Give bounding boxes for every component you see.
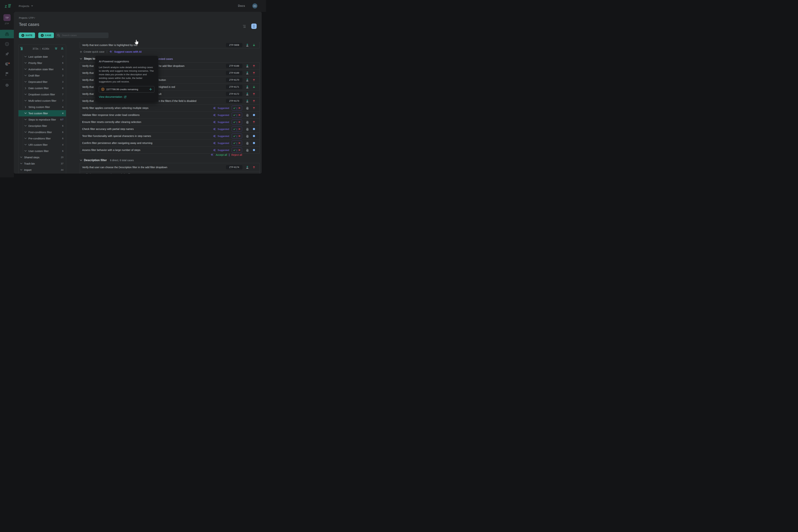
reject-suggestion-icon[interactable] — [238, 121, 241, 123]
priority-arrow-up-icon[interactable] — [253, 93, 255, 95]
chevron-down-icon[interactable] — [24, 99, 27, 102]
suggested-cases-link-fragment[interactable]: ested cases — [159, 56, 173, 61]
priority-arrow-up-icon[interactable] — [253, 120, 255, 124]
docs-link[interactable]: Docs — [238, 0, 245, 12]
add-case-button[interactable]: CASE — [38, 33, 54, 38]
accept-suggestion-icon[interactable] — [233, 142, 236, 144]
search-box[interactable] — [55, 33, 109, 38]
suggested-case-row[interactable]: Ensure filter resets correctly after cle… — [80, 118, 259, 126]
tree-item-trash-bin[interactable]: Trash bin37 — [19, 160, 66, 167]
manual-state-icon[interactable] — [246, 127, 249, 131]
chevron-down-icon[interactable] — [24, 150, 27, 152]
tree-toggle-icon[interactable] — [20, 47, 24, 50]
rail-item-launches[interactable] — [0, 52, 14, 56]
tree-item-post-conditions-filter[interactable]: Post-conditions filter6 — [19, 129, 66, 135]
priority-arrow-up-icon[interactable] — [253, 107, 255, 109]
case-key-badge[interactable]: ZTP-6171 — [226, 85, 242, 89]
chevron-down-icon[interactable] — [24, 81, 27, 83]
tree-item-user-custom-filter[interactable]: User custom filter6 — [19, 148, 66, 154]
suggested-case-row[interactable]: Verify filter applies correctly when sel… — [80, 104, 259, 111]
priority-dot-icon[interactable] — [253, 135, 255, 137]
automation-state-icon[interactable] — [246, 92, 249, 96]
tree-item-last-update-date[interactable]: Last update date7 — [19, 54, 66, 60]
rail-item-test-cases[interactable] — [0, 30, 14, 38]
project-avatar[interactable]: TP — [3, 14, 11, 21]
suggest-cases-ai-link[interactable]: Suggest cases with AI — [109, 50, 142, 53]
tree-item-string-custom-filter[interactable]: String custom filter4 — [19, 104, 66, 110]
suggested-case-row[interactable]: Check filter accuracy with partial step … — [80, 126, 259, 132]
add-suite-button[interactable]: SUITE — [19, 33, 35, 38]
chevron-down-icon[interactable] — [24, 137, 27, 140]
accept-suggestion-icon[interactable] — [233, 114, 236, 116]
tree-item-automation-state-filter[interactable]: Automation state filter6 — [19, 66, 66, 72]
automation-state-icon[interactable] — [246, 43, 249, 47]
tree-item-deprecated-filter[interactable]: Deprecated filter3 — [19, 79, 66, 85]
priority-arrow-down-icon[interactable] — [253, 44, 255, 46]
tree-item-priority-filter[interactable]: Priority filter6 — [19, 60, 66, 66]
case-key-badge[interactable]: ZTP-6170 — [226, 78, 242, 82]
tree-item-dropdown-custom-filter[interactable]: Dropdown custom filter7 — [19, 91, 66, 98]
accept-suggestion-icon[interactable] — [233, 107, 236, 109]
user-avatar[interactable]: AG — [252, 3, 257, 8]
priority-arrow-up-icon[interactable] — [253, 99, 255, 102]
case-row[interactable]: Verify that user can choose the Descript… — [80, 163, 259, 171]
case-row[interactable]: Verify that text custom filter is highli… — [80, 42, 260, 48]
priority-dot-icon[interactable] — [253, 128, 255, 130]
chevron-down-icon[interactable] — [24, 112, 27, 115]
priority-arrow-down-icon[interactable] — [253, 86, 255, 89]
accept-suggestion-icon[interactable] — [233, 128, 236, 130]
automation-state-icon[interactable] — [246, 86, 249, 89]
manual-state-icon[interactable] — [246, 148, 249, 152]
automation-state-icon[interactable] — [246, 64, 249, 68]
manual-state-icon[interactable] — [246, 113, 249, 117]
priority-arrow-up-icon[interactable] — [253, 64, 255, 68]
projects-menu[interactable]: Projects — [19, 0, 33, 12]
chevron-down-icon[interactable] — [24, 62, 27, 64]
reject-suggestion-icon[interactable] — [238, 107, 241, 109]
more-actions-button[interactable] — [251, 23, 257, 29]
create-quick-case-link[interactable]: Create quick case — [80, 50, 105, 53]
reject-suggestion-icon[interactable] — [238, 142, 241, 144]
accept-suggestion-icon[interactable] — [233, 121, 236, 123]
suggested-case-row[interactable]: Validate filter response time under load… — [80, 111, 259, 118]
priority-arrow-up-icon[interactable] — [253, 166, 255, 169]
search-input[interactable] — [62, 34, 104, 37]
chevron-down-icon[interactable] — [20, 169, 22, 171]
priority-dot-icon[interactable] — [253, 114, 255, 116]
manual-state-icon[interactable] — [246, 106, 249, 110]
case-key-badge[interactable]: ZTP-6168 — [226, 64, 242, 68]
tree-item-import[interactable]: Import44 — [19, 167, 66, 173]
collapse-all-icon[interactable] — [60, 47, 64, 50]
view-documentation-link[interactable]: View documentation — [99, 95, 154, 98]
accept-all-link[interactable]: Accept all — [216, 153, 227, 156]
automation-state-icon[interactable] — [246, 78, 249, 81]
tree-item-draft-filter[interactable]: Draft filter3 — [19, 72, 66, 79]
rail-item-settings[interactable] — [0, 83, 14, 87]
tree-item-multi-select-custom-filter[interactable]: Multi-select custom filter7 — [19, 98, 66, 104]
case-row-partial[interactable]: Verify that user can use the Description… — [80, 171, 259, 174]
automation-state-icon[interactable] — [246, 99, 249, 102]
rail-item-milestones[interactable] — [0, 72, 14, 76]
tree-item-steps-to-reproduce-filter[interactable]: Steps to reproduce filter6/7 — [19, 116, 66, 123]
accept-suggestion-icon[interactable] — [233, 135, 236, 137]
reject-all-link[interactable]: Reject all — [231, 153, 242, 156]
zebrunner-logo-icon[interactable]: z — [5, 3, 11, 9]
priority-dot-icon[interactable] — [253, 141, 255, 145]
rail-item-test-runs[interactable] — [0, 42, 14, 46]
reject-suggestion-icon[interactable] — [238, 135, 241, 137]
tree-item-uri-custom-filter[interactable]: URI custom filter4 — [19, 141, 66, 148]
suggested-case-row[interactable]: Confirm filter persistence after navigat… — [80, 139, 259, 147]
case-key-badge[interactable]: ZTP-6172 — [226, 92, 242, 96]
priority-arrow-up-icon[interactable] — [253, 72, 255, 74]
tree-item-description-filter[interactable]: Description filter6 — [19, 123, 66, 129]
rail-item-reports[interactable] — [0, 62, 14, 66]
add-credits-icon[interactable] — [149, 88, 152, 91]
breadcrumb[interactable]: Projects / ZTP / — [19, 17, 35, 19]
chevron-down-icon[interactable] — [24, 118, 27, 121]
tree-item-shared-steps[interactable]: Shared steps20 — [19, 154, 66, 160]
case-key-badge[interactable]: ZTP-6174 — [226, 165, 242, 169]
tree-item-text-custom-filter[interactable]: Text custom filter4 — [19, 110, 66, 116]
priority-arrow-up-icon[interactable] — [253, 78, 255, 81]
tree-item-pre-conditions-filter[interactable]: Pre-conditions filter6 — [19, 135, 66, 141]
chevron-down-icon[interactable] — [24, 56, 27, 58]
